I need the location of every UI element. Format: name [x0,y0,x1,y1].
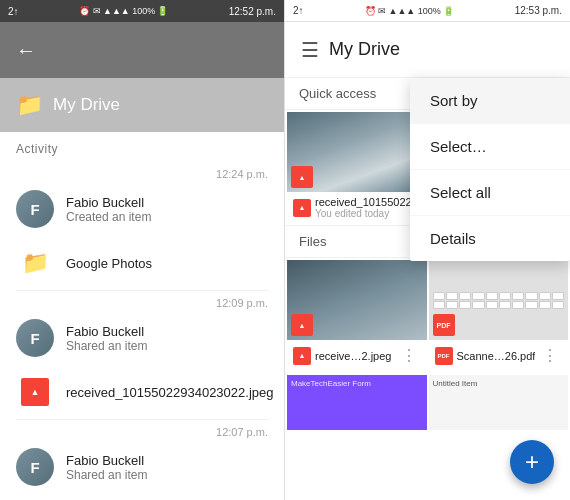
status-bar-left: 2↑ ⏰ ✉ ▲▲▲ 100% 🔋 12:52 p.m. [0,0,284,22]
status-bar-right: 2↑ ⏰ ✉ ▲▲▲ 100% 🔋 12:53 p.m. [285,0,570,22]
file-info: ▲ receive…2.jpeg ⋮ [287,340,427,371]
dropdown-sort-by[interactable]: Sort by [410,78,570,124]
activity-label: Activity [0,132,284,162]
back-button[interactable]: ← [16,39,36,62]
dropdown-select[interactable]: Select… [410,124,570,170]
folder-icon: 📁 [16,92,43,118]
header-left: ← [0,22,284,78]
file-thumbnail: ▲ [287,260,427,340]
pdf-badge-2: PDF [433,314,455,336]
avatar: F [16,448,54,486]
activity-name: Fabio Buckell [66,453,268,468]
file-card[interactable]: PDF PDF Scanne…26.pdf ⋮ [429,260,569,371]
card-text: MakeTechEasier Form [291,379,371,388]
activity-time-2: 12:09 p.m. [0,291,284,311]
file-thumbnail: PDF [429,260,569,340]
activity-time-1: 12:24 p.m. [0,162,284,182]
status-left-text-right: 2↑ [293,5,304,16]
status-left-text: 2↑ [8,6,19,17]
status-icons-right: ⏰ ✉ ▲▲▲ 100% 🔋 [365,6,454,16]
activity-desc: Shared an item [66,468,268,482]
file-type-badge: ▲ [291,166,313,188]
dropdown-select-all[interactable]: Select all [410,170,570,216]
file-name: receive…2.jpeg [315,350,391,362]
file-icon: ▲ [16,373,54,411]
bottom-card[interactable]: Untitled Item [429,375,569,430]
list-item: F Fabio Buckell Shared an item [0,440,284,494]
list-item[interactable]: 📁 Google Photos [0,236,284,290]
activity-name: Fabio Buckell [66,195,268,210]
keyboard-visual-2 [429,288,569,313]
right-panel: 2↑ ⏰ ✉ ▲▲▲ 100% 🔋 12:53 p.m. ☰ My Drive … [285,0,570,500]
file-name: Scanne…26.pdf [457,350,536,362]
header-right: ☰ My Drive [285,22,570,78]
list-item[interactable]: ▲ received_10155022934023022.jpeg [0,365,284,419]
folder-icon: 📁 [16,244,54,282]
dropdown-menu: Sort by Select… Select all Details [410,78,570,261]
card-thumbnail: MakeTechEasier Form [287,375,427,430]
file-info: PDF Scanne…26.pdf ⋮ [429,340,569,371]
file-list-grid: ▲ ▲ receive…2.jpeg ⋮ [285,258,570,373]
image-icon: ▲ [293,347,311,365]
folder-title: My Drive [53,95,120,115]
pdf-icon-2: PDF [435,347,453,365]
avatar: F [16,319,54,357]
file-card[interactable]: ▲ ▲ receive…2.jpeg ⋮ [287,260,427,371]
left-panel: 2↑ ⏰ ✉ ▲▲▲ 100% 🔋 12:52 p.m. ← 📁 My Driv… [0,0,285,500]
activity-name: Fabio Buckell [66,324,268,339]
card-thumbnail-2: Untitled Item [429,375,569,430]
image-badge: ▲ [291,314,313,336]
activity-section: Activity 12:24 p.m. F Fabio Buckell Crea… [0,132,284,500]
status-icons-left: ⏰ ✉ ▲▲▲ 100% 🔋 [79,6,168,16]
hamburger-menu-button[interactable]: ☰ [301,38,319,62]
status-time-left: 12:52 p.m. [229,6,276,17]
bottom-cards-row: MakeTechEasier Form Untitled Item [285,373,570,432]
activity-name: Google Photos [66,256,268,271]
file-card[interactable]: ▲ ▲ received_10155022934023… You edited … [287,112,427,223]
status-time-right: 12:53 p.m. [515,5,562,16]
avatar: F [16,190,54,228]
folder-header: 📁 My Drive [0,78,284,132]
list-item: F Fabio Buckell Created an item [0,182,284,236]
image-icon: ▲ [21,378,49,406]
activity-time-3: 12:07 p.m. [0,420,284,440]
drive-title: My Drive [329,39,554,60]
file-thumbnail: ▲ [287,112,427,192]
file-name: received_10155022934023022.jpeg [66,385,273,400]
dropdown-details[interactable]: Details [410,216,570,261]
activity-desc: Created an item [66,210,268,224]
card-text-2: Untitled Item [433,379,478,388]
overflow-menu-button[interactable]: ⋮ [397,344,421,367]
bottom-card[interactable]: MakeTechEasier Form [287,375,427,430]
overflow-menu-button[interactable]: ⋮ [538,344,562,367]
image-icon: ▲ [293,199,311,217]
add-fab-button[interactable]: + [510,440,554,484]
list-item: F Fabio Buckell Shared an item [0,311,284,365]
file-info: ▲ received_10155022934023… You edited to… [287,192,427,223]
activity-desc: Shared an item [66,339,268,353]
files-label: Files [299,234,326,249]
